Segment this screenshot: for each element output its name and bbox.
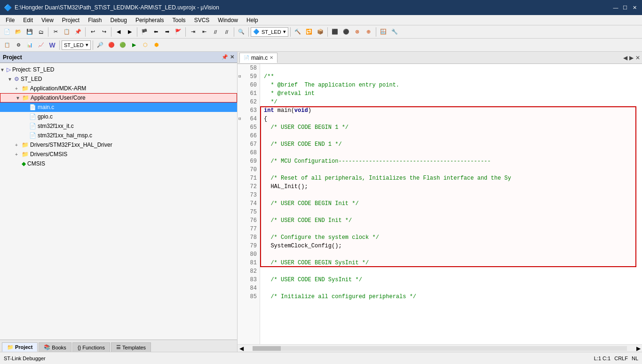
tb2-btn1[interactable]: 📋 <box>2 40 12 50</box>
window-btn[interactable]: 🪟 <box>378 27 388 37</box>
tree-expand-icon[interactable]: + <box>15 86 22 91</box>
tb2-stop[interactable]: ⬡ <box>140 40 151 50</box>
tb2-btn2[interactable]: ⚙ <box>13 40 24 50</box>
tree-item-stm32f1xx_it[interactable]: 📄stm32f1xx_it.c <box>0 121 237 131</box>
menu-flash[interactable]: Flash <box>84 16 105 24</box>
fold-icon[interactable]: ⊟ <box>238 72 241 81</box>
tree-item-gpio_c[interactable]: 📄gpio.c <box>0 112 237 121</box>
code-line-62: */ <box>260 98 642 106</box>
menu-help[interactable]: Help <box>243 16 262 24</box>
indent-btn[interactable]: ⇥ <box>188 27 198 37</box>
menu-edit[interactable]: Edit <box>19 16 37 24</box>
code-line-76: /* USER CODE END Init */ <box>260 216 642 225</box>
menu-project[interactable]: Project <box>58 16 83 24</box>
menu-peripherals[interactable]: Peripherals <box>132 16 168 24</box>
find-btn[interactable]: 🔍 <box>236 27 246 37</box>
maximize-button[interactable]: ☐ <box>621 4 629 11</box>
left-tab-functions[interactable]: {}Functions <box>72 342 110 352</box>
tree-item-app_mdk[interactable]: +📁Application/MDK-ARM <box>0 84 237 93</box>
minimize-button[interactable]: — <box>612 4 619 11</box>
bookmark-clear-btn[interactable]: 🚩 <box>173 27 183 37</box>
redo-btn[interactable]: ↪ <box>99 27 109 37</box>
tree-item-app_user[interactable]: ▼📁Application/User/Core <box>0 93 237 103</box>
status-left: ST-Link Debugger <box>4 356 46 361</box>
menu-window[interactable]: Window <box>214 16 242 24</box>
bookmark-btn[interactable]: 🏴 <box>139 27 150 37</box>
run2-btn[interactable]: ⊗ <box>352 27 363 37</box>
editor-tab-main-c[interactable]: 📄 main.c ✕ <box>239 53 277 63</box>
tb2-btn4[interactable]: 📈 <box>36 40 46 50</box>
open-btn[interactable]: 📂 <box>13 27 24 37</box>
tree-expand-icon[interactable]: ▼ <box>8 77 14 82</box>
tb2-btn3[interactable]: 📊 <box>24 40 35 50</box>
left-tab-books[interactable]: 📚Books <box>39 342 71 352</box>
panel-close-btn[interactable]: ✕ <box>230 54 234 60</box>
panel-pin-btn[interactable]: 📌 <box>222 54 228 60</box>
tb2-power[interactable]: ⬢ <box>151 40 162 50</box>
left-tab-templates[interactable]: ☰Templates <box>111 342 151 352</box>
bookmark-next-btn[interactable]: ➡ <box>162 27 172 37</box>
project-target-dropdown[interactable]: ST_LED ▾ <box>62 40 91 50</box>
unindent-btn[interactable]: ⇤ <box>199 27 209 37</box>
new-file-btn[interactable]: 📄 <box>2 27 12 37</box>
tree-item-icon: ◆ <box>22 160 26 167</box>
scroll-thumb[interactable] <box>253 346 281 351</box>
tb2-flash2[interactable]: 🟢 <box>118 40 128 50</box>
tb2-start[interactable]: ▶ <box>129 40 139 50</box>
tree-expand-icon[interactable]: ▼ <box>0 67 7 72</box>
menu-svcs[interactable]: SVCS <box>190 16 214 24</box>
left-tab-project[interactable]: 📁Project <box>2 342 38 352</box>
editor-scroll-right[interactable]: ▶ <box>629 55 634 61</box>
tree-expand-icon[interactable]: + <box>15 152 22 157</box>
scroll-right-btn[interactable]: ▶ <box>634 345 642 352</box>
tb2-btn5[interactable]: W <box>47 40 57 50</box>
menu-debug[interactable]: Debug <box>107 16 131 24</box>
settings-btn[interactable]: ⊕ <box>364 27 374 37</box>
bookmark-prev-btn[interactable]: ⬅ <box>151 27 161 37</box>
batch-btn[interactable]: 📦 <box>315 27 325 37</box>
run-btn[interactable]: ⚫ <box>341 27 351 37</box>
menu-view[interactable]: View <box>38 16 57 24</box>
tree-item-drivers_cmsis[interactable]: +📁Drivers/CMSIS <box>0 150 237 159</box>
menu-tools[interactable]: Tools <box>169 16 190 24</box>
tree-item-drivers_stm[interactable]: +📁Drivers/STM32F1xx_HAL_Driver <box>0 140 237 150</box>
left-tab-icon: ☰ <box>116 344 121 350</box>
target-label: ST_LED <box>262 29 281 35</box>
horizontal-scrollbar[interactable]: ◀ ▶ <box>238 344 642 352</box>
tree-item-main_c[interactable]: 📄main.c <box>0 103 237 112</box>
options-btn[interactable]: 🔧 <box>389 27 400 37</box>
undo-btn[interactable]: ↩ <box>87 27 98 37</box>
save-all-btn[interactable]: 🗂 <box>36 27 46 37</box>
line-num-text: 74 <box>250 199 257 208</box>
tree-expand-icon[interactable]: + <box>15 142 22 148</box>
close-button[interactable]: ✕ <box>631 4 638 11</box>
scroll-track[interactable] <box>253 346 627 351</box>
nav-back-btn[interactable]: ◀ <box>113 27 124 37</box>
tb2-dbg1[interactable]: 🔎 <box>95 40 105 50</box>
tb2-flash1[interactable]: 🔴 <box>106 40 117 50</box>
stop-btn[interactable]: ⬛ <box>330 27 340 37</box>
paste-btn[interactable]: 📌 <box>73 27 83 37</box>
copy-btn[interactable]: 📋 <box>62 27 72 37</box>
tree-item-root[interactable]: ▼▷Project: ST_LED <box>0 65 237 74</box>
tree-expand-icon[interactable]: ▼ <box>16 95 22 101</box>
editor-close-panel[interactable]: ✕ <box>635 55 640 61</box>
rebuild-btn[interactable]: 🔁 <box>304 27 314 37</box>
tree-item-stm32_hal[interactable]: 📄stm32f1xx_hal_msp.c <box>0 131 237 140</box>
code-content[interactable]: /** * @brief The application entry point… <box>260 64 642 344</box>
target-dropdown[interactable]: 🔷 ST_LED ▾ <box>251 27 288 37</box>
tree-item-cmsis[interactable]: ◆CMSIS <box>0 159 237 168</box>
nav-fwd-btn[interactable]: ▶ <box>125 27 135 37</box>
menu-file[interactable]: File <box>2 16 18 24</box>
build-btn[interactable]: 🔨 <box>293 27 303 37</box>
fold-icon[interactable]: ⊟ <box>238 115 241 123</box>
cut-btn[interactable]: ✂ <box>50 27 61 37</box>
save-btn[interactable]: 💾 <box>24 27 35 37</box>
uncomment-btn[interactable]: // <box>222 27 232 37</box>
editor-scroll-left[interactable]: ◀ <box>623 55 627 61</box>
tab-close-icon[interactable]: ✕ <box>269 55 273 60</box>
scroll-left-btn[interactable]: ◀ <box>238 345 245 352</box>
code-line-74: /* USER CODE BEGIN Init */ <box>260 199 642 208</box>
tree-item-st_led[interactable]: ▼⚙ST_LED <box>0 74 237 84</box>
comment-btn[interactable]: // <box>210 27 221 37</box>
